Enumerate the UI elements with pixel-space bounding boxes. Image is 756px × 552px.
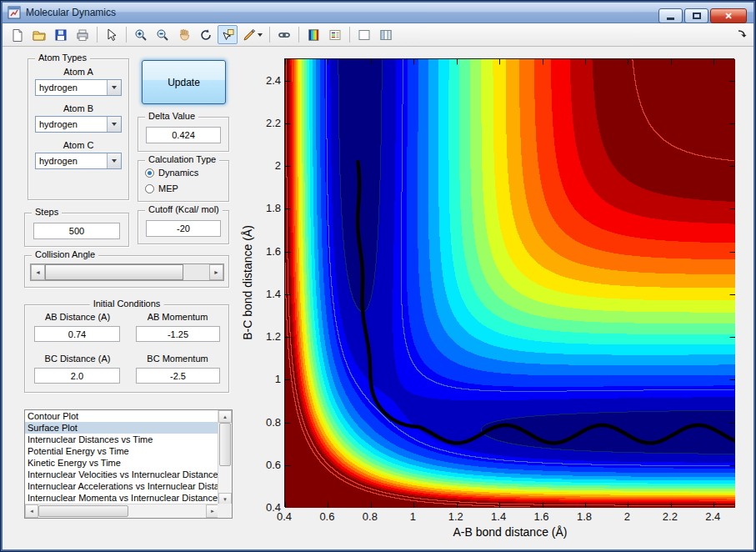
scroll-up-icon[interactable]: ▲ <box>218 410 232 423</box>
x-tick-label: 0.6 <box>319 510 334 523</box>
plot-type-listbox[interactable]: Contour PlotSurface PlotInternuclear Dis… <box>24 409 233 519</box>
maximize-button[interactable] <box>684 8 708 23</box>
list-item[interactable]: Internuclear Accelerations vs Internucle… <box>25 480 218 492</box>
ab-momentum-field[interactable] <box>136 326 220 342</box>
insert-colorbar-icon <box>307 28 320 42</box>
data-cursor-button[interactable] <box>218 25 238 44</box>
list-item[interactable]: Contour Plot <box>25 410 218 422</box>
minimize-icon <box>667 18 674 20</box>
toolbar-separator <box>349 27 350 43</box>
radio-mep[interactable]: MEP <box>145 183 178 193</box>
y-tick-label: 0.8 <box>253 416 281 429</box>
brush-button[interactable] <box>239 25 265 44</box>
slider-thumb[interactable] <box>45 264 183 280</box>
panel-cutoff-title: Cutoff (Kcal/ mol) <box>145 204 223 214</box>
hide-plot-tools-button[interactable] <box>354 25 374 44</box>
listbox-horizontal-scrollbar[interactable]: ◄ ► <box>25 504 219 518</box>
link-plot-button[interactable] <box>274 25 294 44</box>
radio-mep-circle[interactable] <box>145 184 154 193</box>
bc-momentum-field[interactable] <box>136 368 220 384</box>
x-tick-label: 1.2 <box>448 510 463 523</box>
atom-c-selected-value: hydrogen <box>36 153 107 168</box>
panel-cutoff: Cutoff (Kcal/ mol) <box>138 210 229 244</box>
atom-a-select[interactable]: hydrogen <box>35 79 122 96</box>
panel-atom-types: Atom Types Atom AhydrogenAtom BhydrogenA… <box>28 58 129 200</box>
x-tick-label: 1.8 <box>577 510 592 523</box>
list-item[interactable]: Internuclear Velocities vs Internuclear … <box>25 469 218 480</box>
x-axis-label: A-B bond distance (Å) <box>284 525 736 539</box>
horizontal-scroll-thumb[interactable] <box>38 505 128 517</box>
pan-icon <box>178 28 191 42</box>
y-tick-label: 1.8 <box>253 202 281 214</box>
titlebar[interactable]: Molecular Dynamics ✕ <box>3 3 753 23</box>
combo-arrow-icon[interactable] <box>107 80 121 95</box>
dock-figure-icon[interactable] <box>737 28 748 40</box>
x-tick-label: 2.2 <box>663 510 678 523</box>
atom-a-selected-value: hydrogen <box>36 80 107 95</box>
delta-value-field[interactable] <box>146 127 221 143</box>
insert-colorbar-button[interactable] <box>303 25 323 44</box>
x-tick-label: 1.6 <box>534 510 549 523</box>
y-tick-label: 1.6 <box>253 245 281 258</box>
pan-button[interactable] <box>174 25 194 44</box>
radio-dynamics-circle[interactable] <box>145 168 154 178</box>
panel-steps: Steps <box>24 213 129 247</box>
radio-mep-label[interactable]: MEP <box>158 183 178 193</box>
contour-canvas[interactable] <box>285 59 735 508</box>
open-file-icon <box>33 28 46 42</box>
list-item[interactable]: Kinetic Energy vs Time <box>25 457 218 469</box>
panel-steps-title: Steps <box>32 207 62 217</box>
update-button[interactable]: Update <box>142 60 226 104</box>
zoom-in-button[interactable] <box>131 25 151 44</box>
atom-b-select[interactable]: hydrogen <box>35 116 122 133</box>
atom-c-label: Atom C <box>28 140 128 150</box>
y-axis-label: B-C bond distance (Å) <box>241 225 254 340</box>
steps-field[interactable] <box>33 223 120 239</box>
x-tick-label: 1.4 <box>491 510 506 523</box>
rotate-3d-button[interactable] <box>196 25 216 44</box>
open-file-button[interactable] <box>29 25 49 44</box>
print-figure-button[interactable] <box>73 25 93 44</box>
new-figure-icon <box>11 28 24 42</box>
x-tick-label: 2.4 <box>705 510 720 523</box>
list-item[interactable]: Internuclear Distances vs Time <box>25 434 218 445</box>
combo-arrow-icon[interactable] <box>107 117 121 132</box>
collision-angle-slider[interactable]: ◄ ► <box>30 263 224 281</box>
radio-dynamics-label[interactable]: Dynamics <box>158 168 198 178</box>
edit-plot-button[interactable] <box>102 25 122 44</box>
cutoff-field[interactable] <box>146 220 221 237</box>
list-item[interactable]: Potential Energy vs Time <box>25 445 218 457</box>
y-tick-label: 1.2 <box>253 330 281 343</box>
list-item[interactable]: Surface Plot <box>25 422 218 434</box>
app-window: Molecular Dynamics ✕ Atom Types Atom Ahy… <box>0 0 756 552</box>
list-item[interactable]: Internuclear Momenta vs Internuclear Dis… <box>25 492 218 504</box>
x-tick-label: 2 <box>624 510 630 523</box>
atom-c-select[interactable]: hydrogen <box>35 153 122 169</box>
y-tick-label: 2 <box>253 159 281 172</box>
close-button[interactable]: ✕ <box>710 8 747 23</box>
save-figure-button[interactable] <box>51 25 71 44</box>
bc-distance-field[interactable] <box>34 368 120 384</box>
ab-distance-field[interactable] <box>34 326 120 342</box>
close-icon: ✕ <box>724 12 732 21</box>
vertical-scroll-thumb[interactable] <box>219 423 231 466</box>
slider-right-arrow[interactable]: ► <box>209 264 223 280</box>
toolbar-separator <box>97 27 98 43</box>
scroll-left-icon[interactable]: ◄ <box>25 504 38 518</box>
atom-a-label: Atom A <box>28 67 128 77</box>
show-plot-tools-button[interactable] <box>376 25 396 44</box>
save-figure-icon <box>54 28 68 42</box>
hide-plot-tools-icon <box>358 28 371 42</box>
zoom-out-button[interactable] <box>153 25 173 44</box>
insert-legend-button[interactable] <box>325 25 345 44</box>
minimize-button[interactable] <box>658 8 683 23</box>
y-tick-label: 2.4 <box>253 74 281 87</box>
toolbar-separator <box>269 27 270 43</box>
radio-dynamics[interactable]: Dynamics <box>145 168 198 178</box>
listbox-vertical-scrollbar[interactable]: ▲ ▼ <box>218 410 232 505</box>
combo-arrow-icon[interactable] <box>107 153 121 168</box>
insert-legend-icon <box>328 28 342 42</box>
slider-left-arrow[interactable]: ◄ <box>31 264 45 280</box>
new-figure-button[interactable] <box>8 25 28 44</box>
link-plot-icon <box>278 28 291 42</box>
